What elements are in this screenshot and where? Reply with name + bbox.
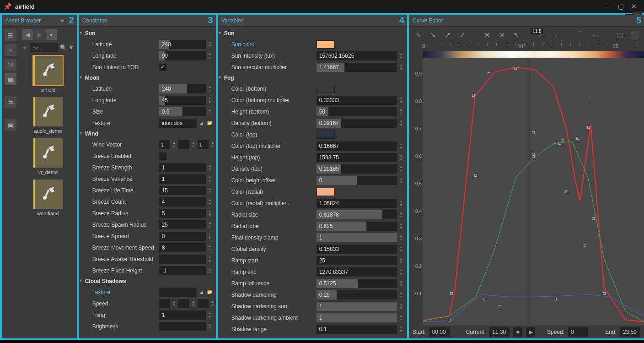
spinner[interactable]: ▲▼: [207, 174, 213, 184]
pin-icon[interactable]: 📌: [4, 3, 11, 10]
number-input[interactable]: 157602.15625: [317, 51, 397, 60]
sync-icon[interactable]: ⇆: [5, 96, 16, 108]
spinner[interactable]: ▲▼: [398, 222, 404, 231]
maximize-button[interactable]: ▢: [614, 3, 628, 10]
group-header[interactable]: Sun: [219, 28, 406, 38]
group-header[interactable]: Cloud Shadows: [80, 276, 215, 286]
spinner[interactable]: ▲▼: [171, 299, 177, 308]
tangent-unify-icon[interactable]: ⤧: [481, 29, 493, 41]
color-swatch[interactable]: [317, 131, 335, 139]
spinner[interactable]: ▲▼: [207, 96, 213, 105]
group-header[interactable]: Moon: [80, 73, 215, 83]
curve-flat-icon[interactable]: ⌓: [589, 29, 601, 41]
number-input[interactable]: 0.16667: [317, 142, 397, 151]
asset-thumbnail[interactable]: [33, 97, 63, 126]
asset-item[interactable]: vr_demo: [22, 138, 74, 175]
number-input[interactable]: 0.5125: [317, 279, 397, 288]
spinner[interactable]: ▲▼: [398, 199, 404, 208]
keyframe-point[interactable]: [558, 142, 561, 145]
spinner[interactable]: ▲▼: [209, 299, 216, 308]
asset-item[interactable]: audio_demo: [22, 97, 74, 134]
keyframe-point[interactable]: [488, 72, 490, 75]
spinner[interactable]: ▲▼: [398, 245, 404, 254]
spinner[interactable]: ▲▼: [398, 267, 404, 277]
spinner[interactable]: ▲▼: [398, 164, 404, 174]
curve-smooth-icon[interactable]: ⌒: [574, 29, 586, 41]
nav-forward-button[interactable]: ▶: [34, 29, 45, 40]
number-input[interactable]: -1: [159, 266, 206, 275]
view-items-icon[interactable]: ⁝≡: [5, 59, 16, 71]
spinner[interactable]: ▲▼: [190, 140, 197, 149]
spinner[interactable]: ▲▼: [398, 325, 404, 334]
spinner[interactable]: ▲▼: [398, 96, 404, 105]
keyframe-point[interactable]: [576, 137, 579, 140]
checkbox[interactable]: [159, 152, 166, 160]
asset-item[interactable]: airfield: [22, 56, 74, 93]
number-input[interactable]: 0.25: [317, 290, 397, 299]
vec-y[interactable]: [178, 140, 189, 149]
keyframe-point[interactable]: [532, 131, 535, 134]
tangent-step-icon[interactable]: ⤨: [496, 29, 508, 41]
color-swatch[interactable]: [317, 188, 335, 196]
spinner[interactable]: ▲▼: [207, 84, 213, 93]
spinner[interactable]: ▲▼: [398, 51, 404, 60]
asset-item[interactable]: woodland: [22, 180, 74, 216]
spinner[interactable]: ▲▼: [398, 233, 404, 242]
number-input[interactable]: 45: [159, 96, 206, 105]
keyframe-point[interactable]: [603, 292, 606, 295]
fit-vertical-icon[interactable]: ⟍: [550, 29, 562, 41]
tangent-out-icon[interactable]: ↗: [442, 29, 454, 41]
keyframe-point[interactable]: [532, 153, 535, 156]
spinner[interactable]: ▲▼: [398, 313, 404, 322]
number-input[interactable]: 1: [317, 233, 397, 242]
keyframe-point[interactable]: [532, 155, 535, 158]
options-icon[interactable]: ⬛: [628, 29, 640, 41]
browse-icon[interactable]: 📁: [206, 119, 213, 127]
keyframe-point[interactable]: [592, 217, 595, 220]
keyframe-point[interactable]: [450, 292, 453, 295]
group-header[interactable]: Fog: [219, 73, 406, 83]
spinner[interactable]: ▲▼: [207, 243, 213, 252]
spinner[interactable]: ▲▼: [207, 197, 213, 207]
number-input[interactable]: 1593.75: [317, 153, 397, 162]
end-input[interactable]: [620, 327, 640, 337]
number-input[interactable]: 1.41667: [317, 63, 397, 72]
spinner[interactable]: ▲▼: [190, 299, 197, 308]
spinner[interactable]: ▲▼: [398, 256, 404, 265]
keyframe-point[interactable]: [448, 319, 451, 321]
spinner[interactable]: ▲▼: [207, 209, 213, 218]
keyframe-point[interactable]: [514, 67, 517, 70]
group-header[interactable]: Sun: [80, 28, 215, 38]
keyframe-point[interactable]: [554, 298, 557, 300]
number-input[interactable]: 0.1: [317, 325, 397, 334]
spinner[interactable]: ▲▼: [209, 140, 216, 149]
number-input[interactable]: 4: [159, 197, 206, 207]
view-grid-icon[interactable]: ▦: [5, 73, 16, 85]
vec-x[interactable]: [159, 299, 170, 308]
current-input[interactable]: [489, 327, 510, 337]
keyframe-point[interactable]: [587, 126, 590, 129]
spinner[interactable]: ▲▼: [398, 153, 404, 162]
spinner[interactable]: ▲▼: [398, 210, 404, 219]
asset-thumbnail[interactable]: [33, 56, 63, 85]
vec-y[interactable]: [178, 299, 189, 308]
spinner[interactable]: ▲▼: [398, 302, 404, 311]
view-detail-icon[interactable]: ≡: [5, 44, 16, 56]
spinner[interactable]: ▲▼: [398, 142, 404, 151]
keyframe-point[interactable]: [472, 94, 475, 97]
tangent-in-icon[interactable]: ↘: [427, 29, 439, 41]
stop-button[interactable]: ■: [513, 327, 522, 337]
keyframe-point[interactable]: [590, 97, 592, 99]
number-input[interactable]: [159, 322, 206, 331]
browse-icon[interactable]: 📁: [206, 288, 213, 296]
number-input[interactable]: 240: [159, 84, 206, 93]
timeline-ruler[interactable]: 01020: [423, 43, 644, 51]
tangent-linear-icon[interactable]: ↖: [510, 29, 522, 41]
folder-icon[interactable]: ▣: [5, 119, 16, 131]
number-input[interactable]: 0.81878: [317, 210, 397, 219]
search-input[interactable]: [30, 43, 58, 52]
minimize-button[interactable]: —: [601, 3, 614, 10]
file-field[interactable]: [159, 288, 197, 297]
number-input[interactable]: 1: [159, 163, 206, 172]
spinner[interactable]: ▲▼: [207, 51, 213, 60]
